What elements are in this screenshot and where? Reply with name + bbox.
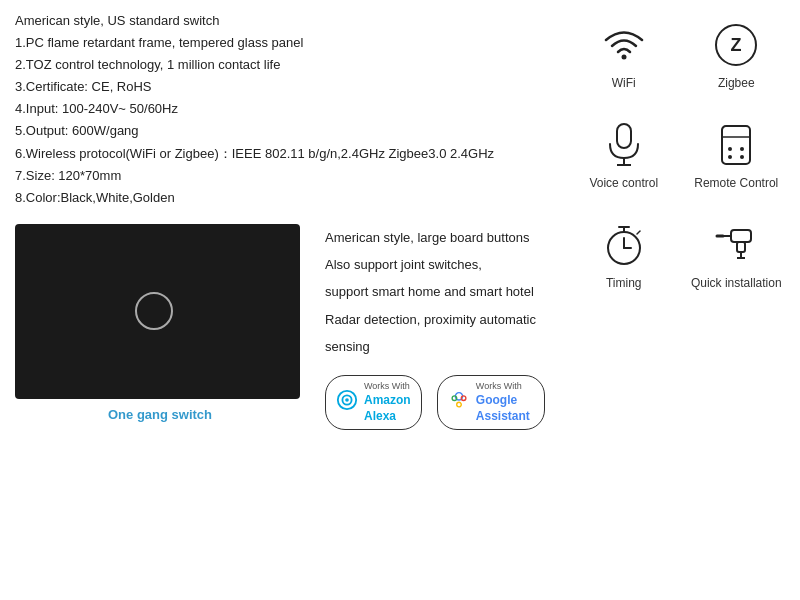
svg-point-15	[728, 147, 732, 151]
svg-point-2	[345, 398, 349, 402]
svg-rect-13	[722, 126, 750, 164]
google-badge: Works With Google Assistant	[437, 375, 545, 430]
specs-section: American style, US standard switch 1.PC …	[15, 10, 545, 209]
svg-point-16	[740, 147, 744, 151]
spec-item-7: 7.Size: 120*70mm	[15, 165, 545, 187]
switch-image	[15, 224, 300, 399]
google-works-with: Works With	[476, 381, 534, 393]
feature-2: Also support joint switches,	[325, 251, 545, 278]
quick-install-cell: Quick installation	[683, 210, 791, 300]
alexa-badge: Works With Amazon Alexa	[325, 375, 422, 430]
right-panel: WiFi Z Zigbee Voice control	[560, 0, 800, 600]
feature-1: American style, large board buttons	[325, 224, 545, 251]
wifi-cell: WiFi	[570, 10, 678, 100]
spec-item-4: 4.Input: 100-240V~ 50/60Hz	[15, 98, 545, 120]
wifi-label: WiFi	[612, 76, 636, 90]
svg-line-24	[637, 231, 640, 234]
timing-label: Timing	[606, 276, 642, 290]
badges-section: Works With Amazon Alexa	[325, 375, 545, 430]
quick-install-label: Quick installation	[691, 276, 782, 290]
zigbee-cell: Z Zigbee	[683, 10, 791, 100]
switch-label: One gang switch	[15, 407, 305, 422]
features-text: American style, large board buttons Also…	[305, 224, 545, 430]
left-panel: American style, US standard switch 1.PC …	[0, 0, 560, 600]
feature-4: Radar detection, proximity automatic sen…	[325, 306, 545, 361]
spec-item-6: 6.Wireless protocol(WiFi or Zigbee)：IEEE…	[15, 143, 545, 165]
timing-cell: Timing	[570, 210, 678, 300]
switch-circle	[135, 292, 173, 330]
spec-item-5: 5.Output: 600W/gang	[15, 120, 545, 142]
google-badge-text: Works With Google Assistant	[476, 381, 534, 424]
switch-image-container: One gang switch	[15, 224, 305, 422]
google-brand: Google Assistant	[476, 393, 534, 424]
alexa-badge-text: Works With Amazon Alexa	[364, 381, 411, 424]
spec-item-1: 1.PC flame retardant frame, tempered gla…	[15, 32, 545, 54]
remote-cell: Remote Control	[683, 110, 791, 200]
svg-point-7	[621, 55, 626, 60]
svg-rect-25	[731, 230, 751, 242]
remote-icon	[711, 120, 761, 170]
voice-icon	[599, 120, 649, 170]
svg-point-4	[452, 396, 457, 401]
voice-cell: Voice control	[570, 110, 678, 200]
svg-rect-26	[737, 242, 745, 252]
bottom-section: One gang switch American style, large bo…	[15, 224, 545, 430]
svg-text:Z: Z	[731, 35, 742, 55]
svg-point-17	[728, 155, 732, 159]
timing-icon	[599, 220, 649, 270]
spec-title: American style, US standard switch	[15, 10, 545, 32]
alexa-icon	[336, 389, 358, 416]
svg-point-6	[457, 403, 462, 408]
wifi-icon	[599, 20, 649, 70]
spec-item-3: 3.Certificate: CE, RoHS	[15, 76, 545, 98]
remote-label: Remote Control	[694, 176, 778, 190]
quick-install-icon	[711, 220, 761, 270]
zigbee-label: Zigbee	[718, 76, 755, 90]
spec-item-2: 2.TOZ control technology, 1 million cont…	[15, 54, 545, 76]
google-icon	[448, 389, 470, 416]
svg-point-5	[461, 396, 466, 401]
zigbee-icon: Z	[711, 20, 761, 70]
alexa-works-with: Works With	[364, 381, 411, 393]
feature-3: support smart home and smart hotel	[325, 278, 545, 305]
svg-point-18	[740, 155, 744, 159]
alexa-brand: Amazon Alexa	[364, 393, 411, 424]
svg-rect-10	[617, 124, 631, 148]
voice-label: Voice control	[589, 176, 658, 190]
spec-item-8: 8.Color:Black,White,Golden	[15, 187, 545, 209]
